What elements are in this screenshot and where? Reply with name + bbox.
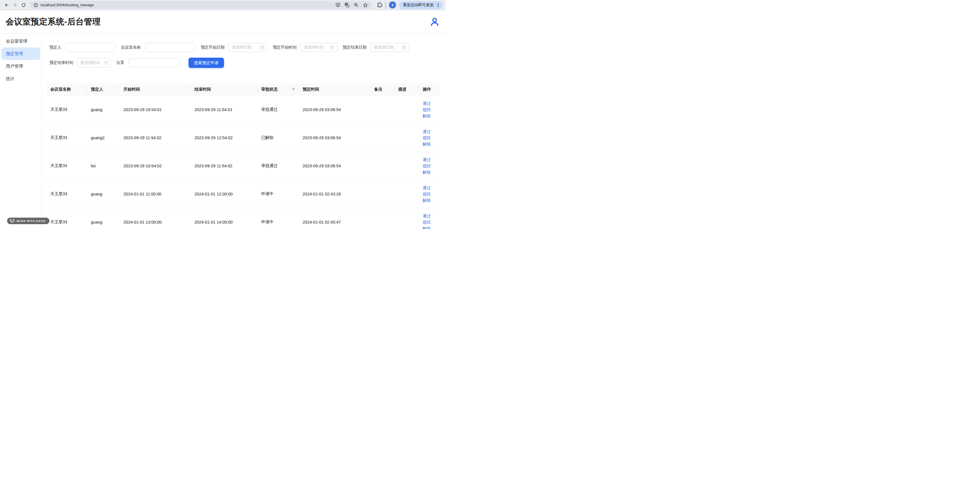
column-status: 审批状态 <box>258 83 299 96</box>
column-booker: 预定人 <box>87 83 120 96</box>
gifox-badge-text: MADE WITH GIFOX <box>17 220 46 222</box>
cell-ops: 通过驳回解除 <box>419 96 440 124</box>
back-icon[interactable] <box>3 2 10 9</box>
main-content: 预定人 会议室名称 预定开始日期 请选择日期 预定开始时间 请选择时间 预定结束… <box>42 33 445 229</box>
user-icon[interactable] <box>430 17 440 27</box>
filter-label: 位置 <box>116 60 124 65</box>
filter-input-end-time[interactable]: 请选择时间 <box>77 58 111 67</box>
column-booked-at: 预定时间 <box>299 83 371 96</box>
cell-status: 审批通过 <box>258 152 299 180</box>
column-label: 描述 <box>398 87 407 92</box>
filter-field-room: 会议室名称 <box>121 43 195 52</box>
search-bookings-button[interactable]: 搜索预定申请 <box>188 58 224 68</box>
action-reject[interactable]: 驳回 <box>423 163 436 169</box>
cell-status: 已解除 <box>258 124 299 152</box>
cell-start: 2024-01-01 11:00:00 <box>120 180 191 208</box>
column-label: 预定人 <box>91 87 103 92</box>
filter-label: 预定结束时间 <box>49 60 73 65</box>
filter-label: 预定开始日期 <box>201 45 224 50</box>
url-bar[interactable]: localhost:3004/booking_manage G文 <box>30 1 372 9</box>
action-reject[interactable]: 驳回 <box>423 135 436 141</box>
filter-label: 预定结束日期 <box>343 45 366 50</box>
gifox-badge: MADE WITH GIFOX <box>7 218 49 224</box>
input-placeholder: 请选择时间 <box>80 60 102 65</box>
filter-field-start-time: 预定开始时间 请选择时间 <box>273 43 337 52</box>
column-label: 审批状态 <box>261 87 278 92</box>
cell-ops: 通过驳回解除 <box>419 180 440 208</box>
action-approve[interactable]: 通过 <box>423 213 436 219</box>
cell-note <box>371 180 395 208</box>
column-note: 备注 <box>371 83 395 96</box>
cell-room: 天王星33 <box>46 180 87 208</box>
action-approve[interactable]: 通过 <box>423 100 436 107</box>
star-icon[interactable] <box>363 3 368 8</box>
cell-status: 申请中 <box>258 180 299 208</box>
url-text[interactable]: localhost:3004/booking_manage <box>41 3 336 7</box>
menu-dots-icon[interactable] <box>436 2 440 8</box>
action-release[interactable]: 解除 <box>423 197 436 203</box>
column-desc: 描述 <box>395 83 419 96</box>
calendar-icon <box>260 45 264 49</box>
forward-icon[interactable] <box>11 2 19 9</box>
install-icon[interactable] <box>336 3 340 7</box>
action-release[interactable]: 解除 <box>423 169 436 175</box>
filter-label: 预定人 <box>49 45 61 50</box>
action-approve[interactable]: 通过 <box>423 185 436 191</box>
column-label: 预定时间 <box>302 87 319 92</box>
browser-toolbar: localhost:3004/booking_manage G文 X 重新启动即… <box>0 0 445 10</box>
cell-booker: guang <box>87 180 120 208</box>
filter-input-booker[interactable] <box>65 43 116 52</box>
sidebar: 会议室管理 预定管理 用户管理 统计 <box>0 33 42 229</box>
action-release[interactable]: 解除 <box>423 225 436 229</box>
filter-field-start-date: 预定开始日期 请选择日期 <box>201 43 267 52</box>
filter-field-end-time: 预定结束时间 请选择时间 <box>49 58 111 67</box>
cell-start: 2023-09-29 10:54:01 <box>120 96 191 124</box>
column-label: 开始时间 <box>124 87 140 92</box>
clock-icon <box>104 61 108 65</box>
cell-end: 2023-09-29 11:54:02 <box>191 152 258 180</box>
reload-icon[interactable] <box>20 2 27 9</box>
filter-funnel-icon[interactable] <box>291 88 295 91</box>
action-reject[interactable]: 驳回 <box>423 219 436 225</box>
cell-room: 天王星33 <box>46 124 87 152</box>
zoom-icon[interactable] <box>354 3 358 7</box>
action-release[interactable]: 解除 <box>423 113 436 119</box>
info-icon[interactable] <box>33 3 38 7</box>
filter-input-start-date[interactable]: 请选择日期 <box>229 43 267 52</box>
extensions-icon[interactable] <box>377 2 382 8</box>
action-approve[interactable]: 通过 <box>423 156 436 163</box>
filter-field-end-date: 预定结束日期 请选择日期 <box>343 43 409 52</box>
sidebar-item-stats[interactable]: 统计 <box>0 72 42 85</box>
filter-input-end-date[interactable]: 请选择日期 <box>371 43 409 52</box>
filter-input-room[interactable] <box>145 43 195 52</box>
toolbar-divider <box>385 2 386 8</box>
column-ops: 操作 <box>419 83 440 96</box>
search-filters: 预定人 会议室名称 预定开始日期 请选择日期 预定开始时间 请选择时间 预定结束… <box>49 43 445 68</box>
filter-label: 预定开始时间 <box>273 45 297 50</box>
sidebar-item-users[interactable]: 用户管理 <box>0 60 42 72</box>
cell-note <box>371 96 395 124</box>
filter-input-start-time[interactable]: 请选择时间 <box>301 43 337 52</box>
translate-icon[interactable]: G文 <box>345 3 350 7</box>
cell-note <box>371 208 395 229</box>
sidebar-item-bookings[interactable]: 预定管理 <box>2 48 40 60</box>
filter-field-booker: 预定人 <box>49 43 116 52</box>
cell-start: 2024-01-01 13:00:00 <box>120 208 191 229</box>
action-approve[interactable]: 通过 <box>423 128 436 135</box>
update-chip[interactable]: 重新启动即可更新 <box>399 1 442 9</box>
bookings-table: 会议室名称 预定人 开始时间 结束时间 审批状态 预定时间 备注 <box>46 83 440 229</box>
table-header-row: 会议室名称 预定人 开始时间 结束时间 审批状态 预定时间 备注 <box>46 83 440 96</box>
cell-booker: lisi <box>87 152 120 180</box>
action-release[interactable]: 解除 <box>423 141 436 147</box>
browser-avatar[interactable]: X <box>389 2 396 8</box>
column-end: 结束时间 <box>191 83 258 96</box>
cell-start: 2023-09-29 11:54:02 <box>120 124 191 152</box>
sidebar-item-meeting-rooms[interactable]: 会议室管理 <box>0 35 42 48</box>
action-reject[interactable]: 驳回 <box>423 107 436 113</box>
cell-room: 天王星33 <box>46 208 87 229</box>
action-reject[interactable]: 驳回 <box>423 191 436 197</box>
cell-room: 天王星33 <box>46 152 87 180</box>
table-row: 天王星33guang2023-09-29 10:54:012023-09-29 … <box>46 96 440 124</box>
cell-desc <box>395 152 419 180</box>
filter-input-location[interactable] <box>128 58 180 67</box>
